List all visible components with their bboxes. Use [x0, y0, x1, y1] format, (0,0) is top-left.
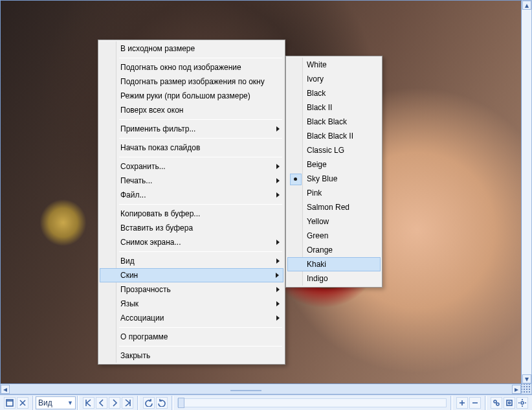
- scroll-left-icon[interactable]: ◂: [1, 385, 10, 394]
- viewport-row: В исходном размереПодогнать окно под изо…: [0, 0, 532, 384]
- close-button[interactable]: [17, 397, 28, 409]
- skin-option[interactable]: Black II: [287, 100, 381, 115]
- horizontal-scrollbar[interactable]: ◂ ▸: [0, 384, 522, 394]
- context-menu-item[interactable]: Скин: [100, 268, 283, 282]
- context-menu-item-label: Печать...: [120, 176, 152, 185]
- context-menu-item-label: Начать показ слайдов: [120, 143, 200, 152]
- vscroll-track[interactable]: [522, 10, 531, 374]
- scroll-right-icon[interactable]: ▸: [512, 385, 521, 394]
- context-menu-item[interactable]: Копировать в буфер...: [100, 207, 283, 221]
- context-menu-item[interactable]: Ассоциации: [100, 311, 283, 325]
- next-button[interactable]: [109, 397, 120, 409]
- skin-option-label: Black Black: [307, 117, 347, 126]
- svg-point-10: [496, 403, 499, 405]
- context-menu-item[interactable]: Закрыть: [100, 348, 283, 363]
- context-menu-item[interactable]: Режим руки (при большом размере): [100, 89, 283, 103]
- view-mode-label: Вид: [38, 398, 52, 407]
- skin-option[interactable]: Pink: [287, 186, 381, 200]
- bottom-toolbar: Вид ▼: [0, 394, 532, 410]
- skin-option[interactable]: Salmon Red: [287, 200, 381, 214]
- skin-option[interactable]: Black Black II: [287, 129, 381, 143]
- first-button[interactable]: [83, 397, 94, 409]
- app-window: В исходном размереПодогнать окно под изо…: [0, 0, 532, 410]
- context-menu-item-label: Закрыть: [120, 351, 150, 360]
- misc-button-2[interactable]: [504, 397, 515, 409]
- window-mode-button[interactable]: [4, 397, 16, 409]
- context-menu-item-label: Снимок экрана...: [120, 238, 181, 247]
- toolbar-separator: [137, 396, 139, 410]
- context-menu-item[interactable]: Файл...: [100, 188, 283, 202]
- context-menu-item[interactable]: Сохранить...: [100, 159, 283, 174]
- toolbar-separator: [172, 396, 173, 410]
- skin-option[interactable]: Yellow: [287, 214, 381, 229]
- menu-separator: [119, 138, 282, 139]
- context-menu-item[interactable]: О программе: [100, 330, 283, 344]
- skin-option[interactable]: Orange: [287, 243, 381, 257]
- context-menu-item[interactable]: Подогнать окно под изображение: [100, 60, 283, 74]
- toolbar-group-zoom-buttons: [454, 397, 483, 409]
- menu-separator: [119, 251, 282, 252]
- rotate-ccw-button[interactable]: [143, 397, 155, 409]
- menu-separator: [119, 157, 282, 157]
- menu-separator: [119, 119, 282, 120]
- skin-option[interactable]: Indigo: [287, 271, 381, 286]
- image-viewport[interactable]: В исходном размереПодогнать окно под изо…: [0, 0, 522, 384]
- skin-option-label: Green: [307, 231, 328, 240]
- context-menu-item-label: Подогнать окно под изображение: [120, 63, 241, 72]
- toolbar-separator: [77, 396, 79, 410]
- context-menu-item[interactable]: Снимок экрана...: [100, 235, 283, 249]
- hscroll-thumb[interactable]: [230, 390, 261, 391]
- skin-option-label: Black Black II: [307, 131, 353, 141]
- toolbar-group-rotate: [140, 397, 170, 409]
- view-mode-dropdown[interactable]: Вид ▼: [36, 396, 76, 409]
- skin-option[interactable]: Ivory: [287, 72, 381, 86]
- skin-option[interactable]: Sky Blue: [287, 172, 381, 186]
- skin-option-label: Orange: [307, 245, 333, 255]
- resize-grip-icon[interactable]: [522, 384, 532, 394]
- skin-option-label: Sky Blue: [307, 174, 337, 183]
- prev-button[interactable]: [96, 397, 107, 409]
- context-menu-item[interactable]: Подогнать размер изображения по окну: [100, 74, 283, 89]
- context-menu-item[interactable]: Начать показ слайдов: [100, 141, 283, 155]
- toolbar-group-misc: [488, 397, 531, 409]
- scroll-down-icon[interactable]: ▾: [522, 374, 531, 383]
- zoom-slider[interactable]: [177, 398, 447, 407]
- context-menu-item-label: В исходном размере: [120, 44, 195, 53]
- skin-option-label: Yellow: [307, 217, 329, 226]
- misc-button-1[interactable]: [491, 397, 502, 409]
- context-menu-item-label: Ассоциации: [120, 313, 164, 323]
- context-menu-item[interactable]: В исходном размере: [100, 41, 283, 56]
- skin-option-label: White: [307, 60, 327, 69]
- context-menu-item[interactable]: Применить фильтр...: [100, 122, 283, 136]
- context-menu-item[interactable]: Язык: [100, 297, 283, 311]
- skin-option[interactable]: Beige: [287, 157, 381, 172]
- skin-option[interactable]: Khaki: [287, 257, 381, 271]
- scroll-up-icon[interactable]: ▴: [522, 1, 531, 10]
- context-menu-item[interactable]: Вставить из буфера: [100, 221, 283, 235]
- context-menu-item-label: Язык: [120, 299, 139, 308]
- vertical-scrollbar[interactable]: ▴ ▾: [522, 0, 532, 384]
- context-menu-item[interactable]: Поверх всех окон: [100, 103, 283, 117]
- skin-option[interactable]: Green: [287, 229, 381, 243]
- zoom-slider-thumb[interactable]: [178, 398, 184, 408]
- context-menu-item[interactable]: Печать...: [100, 174, 283, 188]
- skin-option-label: Beige: [307, 160, 327, 169]
- skin-option-label: Ivory: [307, 74, 324, 84]
- toolbar-separator: [485, 396, 487, 410]
- toolbar-group-nav: [80, 397, 136, 409]
- skin-option[interactable]: White: [287, 58, 381, 72]
- zoom-out-button[interactable]: [469, 397, 481, 409]
- menu-separator: [119, 58, 282, 58]
- context-menu-item[interactable]: Прозрачность: [100, 282, 283, 297]
- skin-option[interactable]: Black Black: [287, 115, 381, 129]
- toolbar-separator: [32, 396, 34, 410]
- skin-option[interactable]: Black: [287, 86, 381, 100]
- context-menu-item-label: Режим руки (при большом размере): [120, 91, 250, 100]
- context-menu-item-label: Подогнать размер изображения по окну: [120, 77, 265, 86]
- skin-option[interactable]: Classic LG: [287, 143, 381, 157]
- zoom-in-button[interactable]: [456, 397, 468, 409]
- rotate-cw-button[interactable]: [156, 397, 168, 409]
- context-menu-item[interactable]: Вид: [100, 254, 283, 268]
- last-button[interactable]: [122, 397, 133, 409]
- settings-button[interactable]: [516, 397, 528, 409]
